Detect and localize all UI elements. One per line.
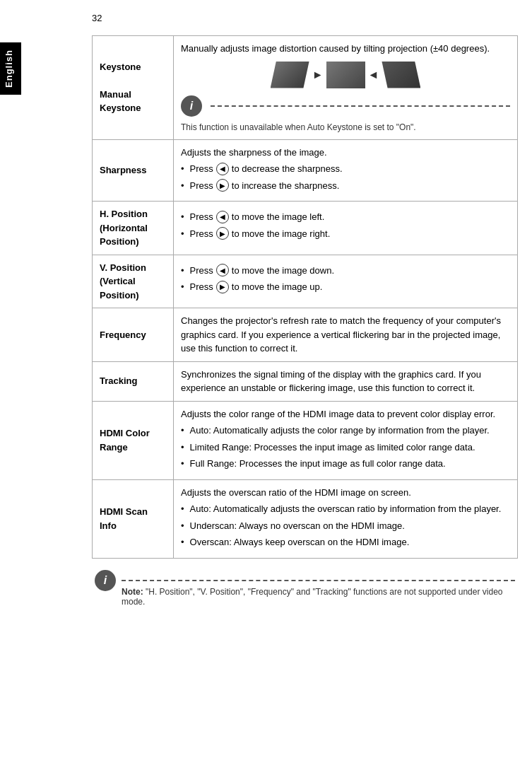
hdmi-scan-label: HDMI Scan Info [93,479,174,558]
left-arrow-btn: ◀ [216,211,229,223]
list-item: Full Range: Processes the input image as… [181,457,510,471]
keystone-right-image [382,62,420,88]
bottom-note-icon: i [95,570,116,591]
hdmi-scan-bullets: Auto: Automatically adjusts the overscan… [181,502,510,549]
hdmi-color-content: Adjusts the color range of the HDMI imag… [174,401,518,479]
keystone-label: Keystone ManualKeystone [93,36,174,140]
bullet-text: to decrease the sharpness. [232,162,343,176]
table-row: Tracking Synchronizes the signal timing … [93,361,518,401]
keystone-images: ► ◄ [181,62,510,88]
list-item: Press ◀ to move the image down. [181,264,510,278]
bottom-dashed-container: Note: "H. Position", "V. Position", "Fre… [122,580,515,607]
frequency-content: Changes the projector's refresh rate to … [174,308,518,362]
keystone-note-text: This function is unavailable when Auto K… [181,121,510,134]
list-item: Press ▶ to move the image up. [181,280,510,294]
table-row: H. Position(HorizontalPosition) Press ◀ … [93,202,518,255]
sharpness-bullets: Press ◀ to decrease the sharpness. Press… [181,162,510,192]
list-item: Overscan: Always keep overscan on the HD… [181,535,510,549]
list-item: Press ▶ to move the image right. [181,227,510,241]
list-item: Underscan: Always no overscan on the HDM… [181,519,510,533]
bottom-dashed-line [122,580,515,581]
main-content: Keystone ManualKeystone Manually adjusts… [92,35,518,744]
hdmi-color-bullets: Auto: Automatically adjusts the color ra… [181,424,510,471]
hposition-label: H. Position(HorizontalPosition) [93,202,174,255]
bullet-text: to increase the sharpness. [232,179,339,193]
right-arrow-btn: ▶ [216,179,229,192]
table-row: HDMI ColorRange Adjusts the color range … [93,401,518,479]
vposition-content: Press ◀ to move the image down. Press ▶ … [174,255,518,308]
right-arrow-btn: ▶ [216,227,229,240]
bottom-note-text: Note: "H. Position", "V. Position", "Fre… [122,587,515,607]
keystone-left-image [271,62,309,88]
list-item: Press ◀ to decrease the sharpness. [181,162,510,176]
table-row: V. Position(VerticalPosition) Press ◀ to… [93,255,518,308]
hdmi-color-label: HDMI ColorRange [93,401,174,479]
hdmi-scan-content: Adjusts the overscan ratio of the HDMI i… [174,479,518,558]
list-item: Press ▶ to increase the sharpness. [181,179,510,193]
language-tab: English [0,42,21,95]
bottom-note: i Note: "H. Position", "V. Position", "F… [92,570,518,607]
list-item: Auto: Automatically adjusts the color ra… [181,424,510,438]
arrow-right-icon: ► [312,66,324,83]
list-item: Auto: Automatically adjusts the overscan… [181,502,510,516]
tracking-content: Synchronizes the signal timing of the di… [174,361,518,401]
table-row: Frequency Changes the projector's refres… [93,308,518,362]
left-arrow-btn: ◀ [216,264,229,276]
hposition-content: Press ◀ to move the image left. Press ▶ … [174,202,518,255]
table-row: Keystone ManualKeystone Manually adjusts… [93,36,518,140]
sharpness-content: Adjusts the sharpness of the image. Pres… [174,139,518,202]
keystone-center-image [326,62,365,88]
press-label: Press [190,179,213,193]
arrow-left-icon: ◄ [368,66,379,83]
list-item: Limited Range: Processes the input image… [181,441,510,455]
table-row: Sharpness Adjusts the sharpness of the i… [93,139,518,202]
press-label: Press [190,162,213,176]
note-icon: i [181,95,202,117]
hposition-bullets: Press ◀ to move the image left. Press ▶ … [181,210,510,240]
vposition-bullets: Press ◀ to move the image down. Press ▶ … [181,264,510,294]
left-arrow-btn: ◀ [216,163,229,175]
right-arrow-btn: ▶ [216,281,229,293]
list-item: Press ◀ to move the image left. [181,210,510,224]
dashed-line [211,105,510,107]
tracking-label: Tracking [93,361,174,401]
vposition-label: V. Position(VerticalPosition) [93,255,174,308]
keystone-note-row: i [181,95,510,117]
main-table: Keystone ManualKeystone Manually adjusts… [92,35,518,559]
frequency-label: Frequency [93,308,174,362]
page-number: 32 [92,13,102,23]
keystone-content: Manually adjusts image distortion caused… [174,36,518,140]
table-row: HDMI Scan Info Adjusts the overscan rati… [93,479,518,558]
sharpness-label: Sharpness [93,139,174,202]
